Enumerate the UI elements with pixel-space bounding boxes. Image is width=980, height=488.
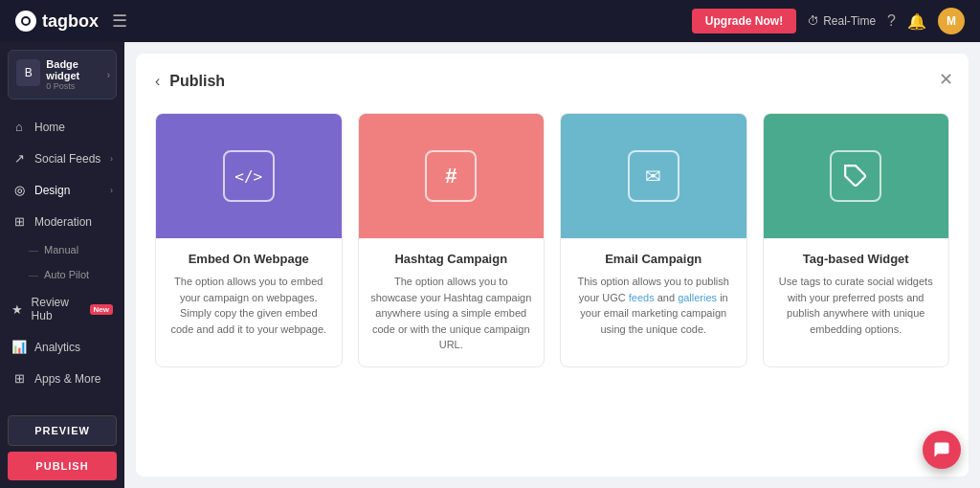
sidebar-item-design-label: Design	[34, 184, 70, 197]
moderation-icon: ⊞	[11, 214, 27, 229]
social-feeds-chevron-icon: ›	[110, 154, 113, 164]
preview-button[interactable]: PREVIEW	[8, 415, 117, 446]
new-badge: New	[90, 304, 113, 315]
logo-text: tagbox	[42, 11, 99, 32]
sidebar-item-autopilot-label: Auto Pilot	[44, 269, 89, 280]
sidebar-item-moderation[interactable]: ⊞ Moderation	[0, 206, 124, 237]
sidebar-bottom: PREVIEW PUBLISH	[0, 408, 124, 488]
widget-subtitle: 0 Posts	[46, 81, 108, 91]
sidebar-item-moderation-label: Moderation	[34, 215, 92, 229]
embed-icon: </>	[234, 167, 262, 186]
logo-icon	[15, 11, 36, 32]
sidebar-item-home[interactable]: ⌂ Home	[0, 111, 124, 143]
card-tag-widget[interactable]: Tag-based Widget Use tags to curate soci…	[763, 113, 950, 367]
tag-icon-box	[830, 150, 881, 202]
analytics-icon: 📊	[11, 340, 27, 354]
realtime-button[interactable]: ⏱ Real-Time	[808, 14, 876, 28]
home-icon: ⌂	[11, 120, 27, 134]
sidebar-item-design[interactable]: ◎ Design ›	[0, 174, 124, 206]
hashtag-icon-box: #	[425, 150, 477, 202]
back-button[interactable]: ‹	[155, 73, 160, 90]
sidebar-item-apps-more[interactable]: ⊞ Apps & More	[0, 363, 124, 394]
embed-icon-box: </>	[223, 150, 275, 202]
card-hashtag-header: #	[359, 114, 545, 238]
logo[interactable]: tagbox	[15, 11, 99, 32]
card-tag-title: Tag-based Widget	[775, 252, 938, 266]
sidebar-item-manual-label: Manual	[44, 244, 78, 255]
close-button[interactable]: ✕	[939, 69, 953, 90]
tag-icon	[843, 164, 868, 189]
hashtag-icon: #	[445, 164, 457, 189]
top-navigation: tagbox ☰ Upgrade Now! ⏱ Real-Time ? 🔔 M	[0, 0, 980, 42]
sidebar-item-manual[interactable]: Manual	[0, 237, 124, 262]
sidebar-item-apps-more-label: Apps & More	[34, 372, 100, 386]
card-tag-desc: Use tags to curate social widgets with y…	[775, 274, 938, 337]
sidebar-item-analytics-label: Analytics	[34, 341, 80, 354]
avatar[interactable]: M	[938, 8, 965, 34]
publish-header: ‹ Publish	[155, 73, 949, 90]
sidebar-nav: ⌂ Home ↗ Social Feeds › ◎ Design › ⊞ Mod…	[0, 107, 124, 408]
sidebar-item-review-hub-label: Review Hub	[32, 296, 80, 322]
sidebar-item-social-feeds-label: Social Feeds	[34, 152, 100, 166]
widget-title: Badge widget	[46, 58, 108, 81]
card-email-body: Email Campaign This option allows you to…	[561, 238, 746, 350]
review-hub-icon: ★	[11, 302, 24, 317]
email-icon-box: ✉	[628, 150, 679, 202]
publish-button[interactable]: PUBLISH	[8, 452, 117, 480]
logo-icon-inner	[21, 16, 31, 26]
social-feeds-icon: ↗	[11, 151, 27, 166]
widget-selector[interactable]: B Badge widget 0 Posts ›	[8, 50, 117, 100]
card-hashtag-desc: The option allows you to showcase your H…	[370, 274, 533, 353]
card-hashtag-body: Hashtag Campaign The option allows you t…	[359, 238, 545, 366]
sidebar-item-review-hub[interactable]: ★ Review Hub New	[0, 287, 124, 331]
sidebar-item-analytics[interactable]: 📊 Analytics	[0, 331, 124, 363]
publish-cards-grid: </> Embed On Webpage The option allows y…	[155, 113, 949, 367]
card-email-title: Email Campaign	[572, 252, 735, 266]
sidebar-item-autopilot[interactable]: Auto Pilot	[0, 262, 124, 287]
card-tag-header	[764, 114, 949, 238]
topnav-left: tagbox ☰	[15, 11, 127, 32]
widget-icon: B	[16, 59, 40, 86]
card-embed-header: </>	[156, 114, 342, 238]
topnav-right: Upgrade Now! ⏱ Real-Time ? 🔔 M	[692, 8, 965, 34]
card-embed-desc: The option allows you to embed your camp…	[167, 274, 330, 337]
card-hashtag-title: Hashtag Campaign	[370, 252, 533, 266]
publish-title: Publish	[169, 73, 225, 90]
design-icon: ◎	[11, 183, 27, 197]
apps-more-icon: ⊞	[11, 371, 27, 386]
card-email-header: ✉	[561, 114, 746, 238]
design-chevron-icon: ›	[110, 186, 113, 195]
help-icon[interactable]: ?	[887, 12, 896, 30]
realtime-icon: ⏱	[808, 14, 819, 28]
sidebar: B Badge widget 0 Posts › ⌂ Home ↗ Social…	[0, 42, 124, 488]
card-embed-body: Embed On Webpage The option allows you t…	[156, 238, 342, 350]
card-email-desc: This option allows you to publish your U…	[572, 274, 735, 337]
hamburger-icon[interactable]: ☰	[112, 11, 127, 32]
publish-panel: ‹ Publish ✕ </> Embed On Webpage The opt…	[136, 54, 969, 477]
main-layout: B Badge widget 0 Posts › ⌂ Home ↗ Social…	[0, 42, 980, 488]
upgrade-button[interactable]: Upgrade Now!	[692, 9, 796, 33]
email-icon: ✉	[645, 165, 661, 188]
card-hashtag-campaign[interactable]: # Hashtag Campaign The option allows you…	[358, 113, 546, 367]
card-tag-body: Tag-based Widget Use tags to curate soci…	[764, 238, 949, 350]
realtime-label: Real-Time	[823, 14, 876, 28]
bell-icon[interactable]: 🔔	[907, 12, 926, 31]
chat-bubble[interactable]	[923, 431, 961, 469]
card-embed-webpage[interactable]: </> Embed On Webpage The option allows y…	[155, 113, 343, 367]
widget-chevron-icon: ›	[107, 70, 110, 80]
sidebar-item-social-feeds[interactable]: ↗ Social Feeds ›	[0, 143, 124, 174]
chat-icon	[932, 440, 951, 459]
card-email-campaign[interactable]: ✉ Email Campaign This option allows you …	[560, 113, 747, 367]
sidebar-item-home-label: Home	[34, 121, 65, 134]
card-embed-title: Embed On Webpage	[167, 252, 330, 266]
content-area: ‹ Publish ✕ </> Embed On Webpage The opt…	[124, 42, 980, 488]
